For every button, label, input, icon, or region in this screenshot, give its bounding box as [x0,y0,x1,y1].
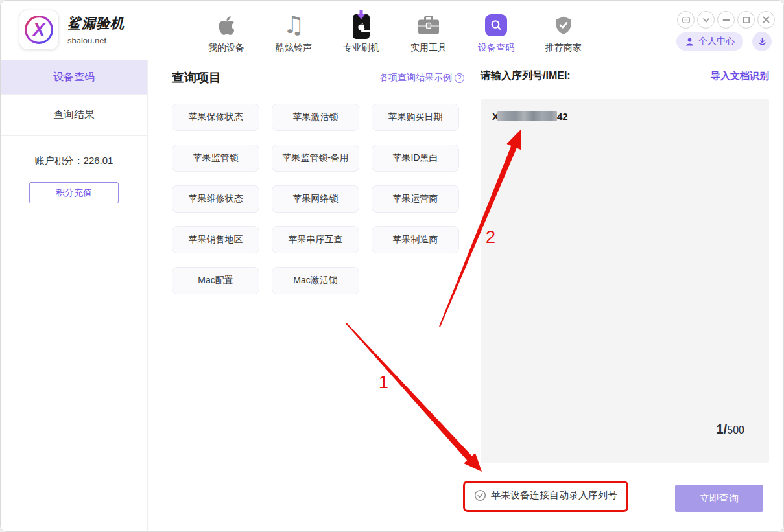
shark-x-logo-icon: X [23,14,55,46]
serial-input-label: 请输入序列号/IMEI: [481,69,571,83]
query-items-grid: 苹果保修状态 苹果激活锁 苹果购买日期 苹果监管锁 苹果监管锁-备用 苹果ID黑… [172,104,471,294]
query-items-header: 查询项目 各项查询结果示例 ? [172,69,464,86]
window-controls [677,11,775,29]
app-subtitle: shalou.net [67,36,125,45]
user-center-label: 个人中心 [698,36,735,47]
query-item-network-lock[interactable]: 苹果网络锁 [272,185,359,213]
serial-redacted-block [497,111,557,121]
query-item-repair-status[interactable]: 苹果维修状态 [172,185,259,213]
apple-icon [218,11,235,40]
app-window: X 鲨漏验机 shalou.net 我的设备 ♫ 酷炫铃声 [0,0,784,532]
query-item-manufacturer[interactable]: 苹果制造商 [372,226,459,253]
search-icon [485,11,507,40]
person-icon [685,37,695,47]
sidebar: 设备查码 查询结果 账户积分：226.01 积分充值 [1,60,148,532]
points-value: 226.01 [84,155,113,166]
minimize-icon[interactable] [717,11,735,29]
annotation-step-1: 1 [379,373,388,393]
account-points: 账户积分：226.01 [1,155,147,167]
sidebar-item-device-query[interactable]: 设备查码 [1,60,147,95]
brand-text: 鲨漏验机 shalou.net [67,14,125,45]
nav-item-device-query[interactable]: 设备查码 [467,7,525,54]
counter-total: 500 [727,424,744,435]
music-note-icon: ♫ [283,11,304,40]
sidebar-item-label: 查询结果 [53,108,95,122]
svg-text:X: X [32,19,46,40]
query-item-warranty[interactable]: 苹果保修状态 [172,104,259,131]
query-item-mac-activation-lock[interactable]: Mac激活锁 [272,267,359,294]
help-icon: ? [455,73,464,83]
user-center-button[interactable]: 个人中心 [676,32,743,51]
download-icon [757,36,768,47]
collapse-icon[interactable] [697,11,715,29]
query-item-activation-lock[interactable]: 苹果激活锁 [272,104,359,131]
query-item-mdm-lock-backup[interactable]: 苹果监管锁-备用 [272,145,359,172]
serial-number-line: X 42 [492,111,568,122]
toolbox-icon [418,11,440,40]
import-document-link[interactable]: 导入文档识别 [711,70,769,82]
shield-check-icon [554,11,573,40]
serial-textarea[interactable]: X 42 1/500 [481,99,769,463]
nav-item-my-devices[interactable]: 我的设备 [197,7,255,54]
top-nav: 我的设备 ♫ 酷炫铃声 专业刷机 [197,7,593,54]
nav-item-ringtones[interactable]: ♫ 酷炫铃声 [265,7,323,54]
examples-link[interactable]: 各项查询结果示例 ? [379,72,464,84]
flash-device-icon [348,11,374,40]
query-item-mdm-lock[interactable]: 苹果监管锁 [172,145,259,172]
points-label: 账户积分： [35,155,84,166]
app-title: 鲨漏验机 [67,14,125,32]
query-item-mac-config[interactable]: Mac配置 [172,267,259,294]
serial-suffix: 42 [557,111,568,122]
nav-item-merchants[interactable]: 推荐商家 [534,7,593,54]
header: X 鲨漏验机 shalou.net 我的设备 ♫ 酷炫铃声 [1,1,784,60]
nav-label: 我的设备 [208,42,244,54]
sidebar-item-label: 设备查码 [53,71,95,84]
query-item-purchase-date[interactable]: 苹果购买日期 [372,104,459,131]
auto-fill-label: 苹果设备连接自动录入序列号 [491,489,617,502]
feedback-icon[interactable] [677,11,695,29]
nav-label: 专业刷机 [343,42,379,54]
nav-label: 设备查码 [478,42,514,54]
nav-label: 推荐商家 [545,42,582,54]
query-item-id-blacklist[interactable]: 苹果ID黑白 [372,145,459,172]
app-logo: X [19,10,59,50]
query-item-sales-region[interactable]: 苹果销售地区 [172,226,259,253]
char-counter: 1/500 [717,422,744,437]
user-area: 个人中心 [676,32,772,51]
arrow-1 [346,323,482,472]
auto-fill-checkbox[interactable]: 苹果设备连接自动录入序列号 [474,489,617,502]
maximize-icon[interactable] [737,11,755,29]
close-icon[interactable] [757,11,775,29]
download-button[interactable] [752,32,772,51]
serial-input-header: 请输入序列号/IMEI: 导入文档识别 [481,69,769,83]
brand: X 鲨漏验机 shalou.net [19,10,125,50]
nav-item-tools[interactable]: 实用工具 [399,7,458,54]
section-title: 查询项目 [172,69,221,86]
examples-link-label: 各项查询结果示例 [379,72,452,84]
circle-check-icon [474,489,486,502]
nav-label: 实用工具 [410,42,447,54]
query-item-carrier[interactable]: 苹果运营商 [372,185,459,213]
query-item-serial-crosscheck[interactable]: 苹果串序互查 [272,226,359,253]
query-now-button[interactable]: 立即查询 [675,485,763,512]
sidebar-item-query-results[interactable]: 查询结果 [1,95,147,136]
counter-current: 1 [717,422,724,436]
nav-item-flashing[interactable]: 专业刷机 [332,7,390,54]
recharge-button[interactable]: 积分充值 [29,182,119,203]
nav-label: 酷炫铃声 [276,42,312,54]
